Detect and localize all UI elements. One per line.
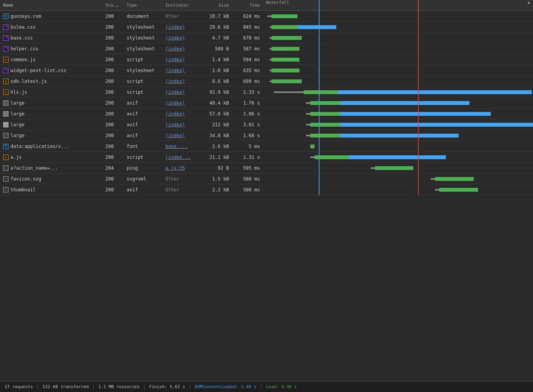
cell-waterfall: [263, 119, 533, 130]
resource-name[interactable]: sdk.latest.js: [10, 79, 47, 84]
cell-type: avif: [124, 187, 162, 193]
resource-name[interactable]: large: [10, 133, 24, 138]
header-type[interactable]: Type: [124, 3, 162, 8]
waterfall-bars: [263, 98, 533, 108]
wf-green-bar: [310, 144, 315, 148]
resource-name[interactable]: favicon.svg: [10, 176, 41, 182]
resource-name[interactable]: a?action_name=...: [10, 165, 58, 171]
resource-name[interactable]: large: [10, 111, 24, 117]
initiator-link[interactable]: a.js:35: [165, 165, 185, 171]
table-row[interactable]: large 200 avif (index) 34.8 kB 1.68 s: [0, 130, 533, 141]
wf-green-bar: [439, 188, 478, 192]
status-transferred: 522 kB transferred: [38, 384, 94, 389]
resource-name[interactable]: widget-post-list.css: [10, 68, 67, 73]
wf-waiting-bar: [306, 102, 310, 104]
initiator-link[interactable]: (index): [165, 35, 185, 41]
cell-waterfall: [263, 174, 533, 184]
svg-icon: [3, 176, 9, 182]
table-row[interactable]: ≡ guozeyu.com 200 document Other 10.7 kB…: [0, 11, 533, 22]
table-row[interactable]: favicon.svg 200 svg+xml Other 1.5 kB 580…: [0, 174, 533, 184]
wf-green-bar: [310, 101, 340, 105]
initiator-link[interactable]: (index): [165, 79, 185, 84]
initiator-link[interactable]: (index): [165, 89, 185, 95]
initiator-link[interactable]: base....: [165, 144, 188, 149]
table-row[interactable]: large 200 avif (index) 57.0 kB 2.06 s: [0, 108, 533, 119]
header-waterfall[interactable]: Waterfall ▲: [263, 0, 533, 10]
cell-size: 92 B: [201, 165, 232, 171]
resource-name[interactable]: a.js: [10, 155, 22, 160]
initiator-link[interactable]: (index): [165, 24, 185, 30]
table-row[interactable]: widget-post-list.css 200 stylesheet (ind…: [0, 65, 533, 76]
cell-status: 200: [102, 14, 124, 19]
waterfall-bars: [263, 76, 533, 86]
cell-name: a?action_name=...: [0, 165, 102, 171]
initiator-link[interactable]: (index): [165, 46, 185, 52]
initiator-link[interactable]: (index): [165, 100, 185, 106]
initiator-link[interactable]: (index): [165, 111, 185, 117]
initiator-link[interactable]: (index...: [165, 155, 191, 160]
table-row[interactable]: ⊙ common.js 200 script (index) 1.4 kB 59…: [0, 54, 533, 65]
header-size[interactable]: Size: [201, 3, 232, 8]
table-row[interactable]: a?action_name=... 204 ping a.js:35 92 B …: [0, 163, 533, 174]
waterfall-blue-line: [319, 33, 320, 43]
resource-name[interactable]: bulma.css: [10, 24, 36, 30]
initiator-link[interactable]: (index): [165, 68, 185, 73]
cell-initiator: (index): [162, 111, 201, 117]
initiator-link[interactable]: (index): [165, 133, 185, 138]
cell-time: 2.06 s: [232, 111, 263, 117]
waterfall-blue-line: [319, 22, 320, 32]
resource-name[interactable]: helper.css: [10, 46, 38, 52]
table-row[interactable]: large 200 avif (index) 40.4 kB 1.76 s: [0, 98, 533, 108]
cell-status: 200: [102, 68, 124, 73]
header-name[interactable]: Name: [0, 3, 102, 8]
resource-name[interactable]: data:application/x...: [10, 144, 69, 149]
table-row[interactable]: base.css 200 stylesheet (index) 4.7 kB 6…: [0, 33, 533, 43]
waterfall-blue-line: [319, 54, 320, 65]
cell-type: stylesheet: [124, 35, 162, 41]
table-row[interactable]: bulma.css 200 stylesheet (index) 29.6 kB…: [0, 22, 533, 33]
header-status[interactable]: Sta...: [102, 3, 124, 8]
waterfall-blue-line: [319, 108, 320, 119]
resource-name[interactable]: hls.js: [10, 89, 27, 95]
waterfall-blue-line: [319, 119, 320, 130]
resource-name[interactable]: common.js: [10, 57, 36, 62]
resource-name[interactable]: large: [10, 100, 24, 106]
cell-waterfall: [263, 152, 533, 162]
waterfall-bars: [263, 54, 533, 65]
table-row[interactable]: T data:application/x... 200 font base...…: [0, 141, 533, 152]
cell-initiator: (index): [162, 68, 201, 73]
waterfall-blue-line: [319, 11, 320, 21]
cell-type: avif: [124, 111, 162, 117]
header-initiator[interactable]: Initiator: [162, 3, 201, 8]
stylesheet-icon: [3, 35, 9, 41]
waterfall-bars: [263, 119, 533, 130]
cell-name: T data:application/x...: [0, 144, 102, 149]
header-time[interactable]: Time: [232, 3, 263, 8]
cell-status: 200: [102, 24, 124, 30]
resource-name[interactable]: base.css: [10, 35, 33, 41]
cell-time: 1.31 s: [232, 155, 263, 160]
cell-type: stylesheet: [124, 24, 162, 30]
resource-name[interactable]: guozeyu.com: [10, 14, 41, 19]
cell-status: 200: [102, 46, 124, 52]
table-row[interactable]: helper.css 200 stylesheet (index) 588 B …: [0, 43, 533, 54]
table-row[interactable]: thumbnail 200 avif Other 2.2 kB 580 ms: [0, 184, 533, 195]
initiator-link[interactable]: (index): [165, 122, 185, 127]
resource-name[interactable]: thumbnail: [10, 187, 36, 193]
wf-green-bar: [435, 177, 474, 181]
waterfall-bars: [263, 174, 533, 184]
waterfall-red-line: [418, 152, 419, 162]
initiator-link[interactable]: (index): [165, 57, 185, 62]
network-table: Name Sta... Type Initiator Size Time Wat…: [0, 0, 533, 381]
table-row[interactable]: ⊙ sdk.latest.js 200 script (index) 8.6 k…: [0, 76, 533, 87]
waterfall-red-line: [418, 130, 419, 141]
table-row[interactable]: large 200 avif (index) 212 kB 3.01 s: [0, 119, 533, 130]
cell-time: 3.01 s: [232, 122, 263, 127]
cell-type: script: [124, 155, 162, 160]
resource-name[interactable]: large: [10, 122, 24, 127]
image-md-icon: [3, 111, 9, 117]
table-row[interactable]: ⊙ a.js 200 script (index... 21.1 kB 1.31…: [0, 152, 533, 163]
cell-type: stylesheet: [124, 46, 162, 52]
table-row[interactable]: ⊙ hls.js 200 script (index) 92.9 kB 2.33…: [0, 87, 533, 98]
cell-size: 21.1 kB: [201, 155, 232, 160]
